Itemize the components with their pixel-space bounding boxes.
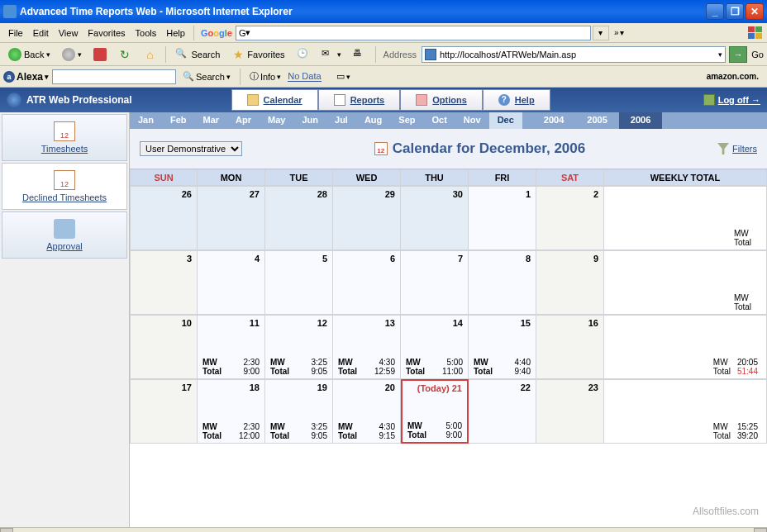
month-nov[interactable]: Nov	[455, 112, 489, 129]
day-cell[interactable]: 12MW3:25Total9:05	[265, 315, 333, 379]
calendar-icon	[247, 94, 259, 106]
day-cell[interactable]: (Today) 21MW5:00Total9:00	[401, 379, 469, 444]
day-cell[interactable]: 9	[536, 250, 604, 315]
mail-button[interactable]: ✉▾	[317, 45, 346, 64]
day-cell[interactable]: 11MW2:30Total9:00	[198, 315, 265, 379]
weekly-total-cell: MWTotal	[604, 186, 767, 250]
sidebar-declined[interactable]: Declined Timesheets	[2, 163, 127, 210]
day-cell[interactable]: 6	[333, 250, 401, 315]
print-button[interactable]: 🖶	[348, 45, 371, 64]
menu-bar: File Edit View Favorites Tools Help Goog…	[0, 23, 767, 43]
menu-edit[interactable]: Edit	[28, 26, 54, 40]
filters-link[interactable]: Filters	[717, 143, 757, 154]
month-oct[interactable]: Oct	[424, 112, 455, 129]
menu-tools[interactable]: Tools	[131, 26, 162, 40]
history-button[interactable]: 🕒	[292, 45, 315, 64]
alexa-popup-button[interactable]: ▭▾	[333, 69, 354, 83]
day-cell[interactable]: 13MW4:30Total12:59	[333, 315, 401, 379]
month-apr[interactable]: Apr	[227, 112, 260, 129]
month-sep[interactable]: Sep	[390, 112, 423, 129]
day-cell[interactable]: 18MW2:30Total12:00	[198, 379, 265, 444]
day-cell[interactable]: 22	[469, 379, 536, 444]
menu-help[interactable]: Help	[161, 26, 190, 40]
day-cell[interactable]: 1	[469, 186, 536, 250]
day-cell[interactable]: 27	[198, 186, 265, 250]
chevron-down-icon[interactable]: ▾	[620, 28, 624, 37]
tab-options[interactable]: Options	[400, 89, 483, 111]
close-button[interactable]: ✕	[746, 3, 764, 20]
calendar-header: User Demonstrative Calendar for December…	[130, 129, 767, 169]
sidebar-approval[interactable]: Approval	[2, 211, 127, 259]
tab-help[interactable]: ?Help	[483, 89, 550, 111]
back-button[interactable]: Back▾	[3, 45, 55, 64]
day-cell[interactable]: 2	[536, 186, 604, 250]
year-2005[interactable]: 2005	[575, 112, 618, 129]
minimize-button[interactable]: _	[706, 3, 724, 20]
day-cell[interactable]: 30	[401, 186, 469, 250]
day-cell[interactable]: 5	[265, 250, 333, 315]
month-jun[interactable]: Jun	[293, 112, 326, 129]
google-search-input[interactable]: G▾	[236, 26, 591, 40]
day-cell[interactable]: 26	[130, 186, 198, 250]
logoff-link[interactable]: Log off →	[703, 94, 760, 106]
tab-calendar[interactable]: Calendar	[231, 89, 318, 111]
month-aug[interactable]: Aug	[356, 112, 390, 129]
favorites-button[interactable]: ★Favorites	[226, 45, 289, 64]
window-titlebar: Advanced Time Reports Web - Microsoft In…	[0, 0, 767, 23]
stop-button[interactable]	[88, 45, 112, 64]
day-cell[interactable]: 7	[401, 250, 469, 315]
year-2004[interactable]: 2004	[532, 112, 575, 129]
search-icon: 🔍	[175, 48, 188, 61]
day-cell[interactable]: 23	[536, 379, 604, 444]
scroll-track[interactable]	[13, 528, 754, 532]
day-cell[interactable]: 28	[265, 186, 333, 250]
browser-toolbar: Back▾ ▾ ↻ ⌂ 🔍Search ★Favorites 🕒 ✉▾ 🖶 Ad…	[0, 43, 767, 66]
day-cell[interactable]: 17	[130, 379, 198, 444]
day-cell[interactable]: 8	[469, 250, 536, 315]
menu-file[interactable]: File	[3, 26, 28, 40]
home-button[interactable]: ⌂	[138, 45, 161, 64]
month-dec[interactable]: Dec	[489, 112, 522, 129]
calendar-grid: SUNMONTUEWEDTHUFRISATWEEKLY TOTAL2627282…	[130, 169, 767, 527]
app-icon	[3, 5, 17, 18]
day-cell[interactable]: 10	[130, 315, 198, 379]
scroll-left-icon[interactable]: ◄	[0, 528, 13, 532]
day-cell[interactable]: 4	[198, 250, 265, 315]
sidebar-timesheets[interactable]: Timesheets	[2, 114, 127, 161]
month-may[interactable]: May	[260, 112, 293, 129]
forward-button[interactable]: ▾	[57, 45, 87, 64]
month-jan[interactable]: Jan	[130, 112, 162, 129]
alexa-search-input[interactable]	[52, 69, 176, 84]
scroll-right-icon[interactable]: ►	[754, 528, 767, 532]
horizontal-scrollbar[interactable]: ◄ ►	[0, 527, 767, 532]
search-button[interactable]: 🔍Search	[170, 45, 225, 64]
day-cell[interactable]: 29	[333, 186, 401, 250]
print-icon: 🖶	[353, 48, 366, 61]
refresh-button[interactable]: ↻	[113, 45, 136, 64]
menu-view[interactable]: View	[54, 26, 83, 40]
alexa-info-button[interactable]: ⓘInfo▾	[246, 69, 284, 84]
tab-reports[interactable]: Reports	[318, 89, 401, 111]
amazon-link[interactable]: amazon.com.	[707, 72, 759, 81]
go-button[interactable]: →	[729, 46, 747, 63]
year-2006[interactable]: 2006	[619, 112, 662, 129]
address-input[interactable]: http://localhost/ATRWeb/Main.asp ▾	[422, 46, 726, 63]
google-dropdown[interactable]: ▾	[593, 26, 609, 40]
star-icon: ★	[231, 48, 245, 61]
address-dropdown-icon[interactable]: ▾	[718, 50, 722, 59]
app-header: ATR Web Professional Calendar Reports Op…	[0, 88, 767, 112]
day-cell[interactable]: 14MW5:00Total11:00	[401, 315, 469, 379]
chevron-right-icon[interactable]: »	[614, 28, 619, 37]
day-cell[interactable]: 3	[130, 250, 198, 315]
day-cell[interactable]: 15MW4:40Total9:40	[469, 315, 536, 379]
alexa-search-button[interactable]: 🔍Search▾	[179, 69, 234, 83]
day-cell[interactable]: 20MW4:30Total9:15	[333, 379, 401, 444]
maximize-button[interactable]: ❐	[726, 3, 744, 20]
menu-favorites[interactable]: Favorites	[83, 26, 130, 40]
day-cell[interactable]: 19MW3:25Total9:05	[265, 379, 333, 444]
day-cell[interactable]: 16	[536, 315, 604, 379]
month-mar[interactable]: Mar	[195, 112, 228, 129]
user-select[interactable]: User Demonstrative	[140, 141, 242, 156]
month-jul[interactable]: Jul	[326, 112, 356, 129]
month-feb[interactable]: Feb	[162, 112, 195, 129]
